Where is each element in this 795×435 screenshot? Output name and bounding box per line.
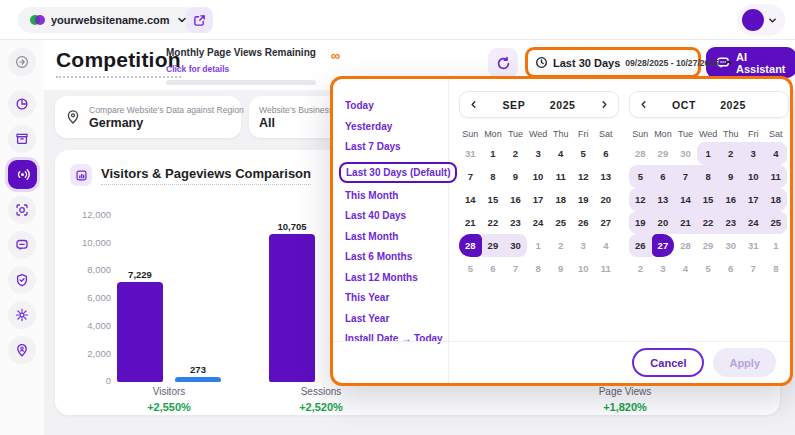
preset-option[interactable]: Last 12 Months (345, 272, 440, 283)
calendar-day[interactable]: 30 (504, 234, 527, 257)
calendar-day[interactable]: 1 (527, 234, 550, 257)
calendar-day[interactable]: 20 (595, 188, 618, 211)
calendar-day[interactable]: 28 (459, 234, 482, 257)
calendar-day[interactable]: 26 (629, 234, 652, 257)
calendar-day[interactable]: 9 (719, 165, 742, 188)
calendar-day[interactable]: 17 (527, 188, 550, 211)
preset-option[interactable]: Last 30 Days (Default) (339, 162, 457, 183)
calendar-day[interactable]: 2 (629, 257, 652, 280)
calendar-day[interactable]: 2 (504, 142, 527, 165)
calendar-day[interactable]: 11 (765, 165, 788, 188)
calendar-day[interactable]: 31 (742, 234, 765, 257)
calendar-day[interactable]: 10 (572, 257, 595, 280)
cancel-button[interactable]: Cancel (632, 348, 704, 377)
calendar-day[interactable]: 31 (459, 142, 482, 165)
calendar-day[interactable]: 29 (697, 234, 720, 257)
calendar-day[interactable]: 14 (674, 188, 697, 211)
calendar-day[interactable]: 11 (549, 165, 572, 188)
apply-button[interactable]: Apply (713, 348, 776, 377)
calendar-day[interactable]: 13 (595, 165, 618, 188)
calendar-day[interactable]: 8 (527, 257, 550, 280)
preset-option[interactable]: This Year (345, 292, 440, 303)
calendar-day[interactable]: 9 (504, 165, 527, 188)
preset-option[interactable]: Last 40 Days (345, 210, 440, 221)
open-site-button[interactable] (186, 7, 213, 33)
calendar-day[interactable]: 4 (765, 142, 788, 165)
calendar-day[interactable]: 29 (482, 234, 505, 257)
calendar-day[interactable]: 3 (572, 234, 595, 257)
quota-details-link[interactable]: Click for details (166, 64, 229, 74)
calendar-day[interactable]: 27 (595, 211, 618, 234)
refresh-button[interactable] (488, 48, 518, 78)
calendar-day[interactable]: 23 (719, 211, 742, 234)
preset-option[interactable]: Yesterday (345, 121, 440, 132)
preset-option[interactable]: Last 6 Months (345, 251, 440, 262)
calendar-day[interactable]: 7 (459, 165, 482, 188)
calendar-day[interactable]: 10 (742, 165, 765, 188)
calendar-day[interactable]: 16 (719, 188, 742, 211)
calendar-day[interactable]: 6 (595, 142, 618, 165)
region-filter[interactable]: Compare Website's Data against Region Ge… (55, 96, 241, 138)
calendar-day[interactable]: 26 (572, 211, 595, 234)
calendar-day[interactable]: 7 (674, 165, 697, 188)
calendar-day[interactable]: 21 (459, 211, 482, 234)
preset-option[interactable]: Last Month (345, 231, 440, 242)
calendar-day[interactable]: 5 (697, 257, 720, 280)
sidebar-item-focus[interactable] (8, 196, 36, 224)
calendar-day[interactable]: 12 (572, 165, 595, 188)
calendar-day[interactable]: 4 (549, 142, 572, 165)
calendar-day[interactable]: 5 (459, 257, 482, 280)
date-range-selector[interactable]: Last 30 Days 09/28/2025 - 10/27/2025 (525, 47, 701, 78)
sidebar-item-chat[interactable] (8, 231, 36, 259)
calendar-day[interactable]: 10 (527, 165, 550, 188)
calendar-day[interactable]: 29 (652, 142, 675, 165)
calendar-day[interactable]: 7 (504, 257, 527, 280)
calendar-day[interactable]: 25 (765, 211, 788, 234)
calendar-day[interactable]: 23 (504, 211, 527, 234)
calendar-day[interactable]: 8 (765, 257, 788, 280)
calendar-day[interactable]: 30 (674, 142, 697, 165)
calendar-day[interactable]: 8 (482, 165, 505, 188)
calendar-day[interactable]: 9 (549, 257, 572, 280)
calendar-day[interactable]: 11 (595, 257, 618, 280)
calendar-day[interactable]: 4 (674, 257, 697, 280)
calendar-day[interactable]: 18 (765, 188, 788, 211)
calendar-day[interactable]: 2 (549, 234, 572, 257)
calendar-day[interactable]: 13 (652, 188, 675, 211)
sidebar-item-settings[interactable] (8, 301, 36, 329)
calendar-day[interactable]: 5 (572, 142, 595, 165)
site-selector[interactable]: yourwebsitename.com (18, 7, 199, 33)
calendar-prev-icon[interactable] (639, 100, 648, 109)
calendar-day[interactable]: 15 (697, 188, 720, 211)
calendar-day[interactable]: 24 (527, 211, 550, 234)
calendar-day[interactable]: 16 (504, 188, 527, 211)
ai-assistant-button[interactable]: AI Assistant (706, 47, 795, 78)
calendar-day[interactable]: 30 (719, 234, 742, 257)
calendar-day[interactable]: 17 (742, 188, 765, 211)
calendar-day[interactable]: 5 (629, 165, 652, 188)
calendar-day[interactable]: 19 (629, 211, 652, 234)
calendar-prev-icon[interactable] (469, 100, 478, 109)
sidebar-item-analytics[interactable] (8, 90, 36, 118)
sidebar-item-shield[interactable] (8, 266, 36, 294)
calendar-day[interactable]: 21 (674, 211, 697, 234)
preset-option[interactable]: This Month (345, 190, 440, 201)
calendar-day[interactable]: 1 (697, 142, 720, 165)
calendar-day[interactable]: 15 (482, 188, 505, 211)
calendar-next-icon[interactable] (600, 100, 609, 109)
calendar-day[interactable]: 18 (549, 188, 572, 211)
preset-option[interactable]: Today (345, 100, 440, 111)
calendar-day[interactable]: 28 (674, 234, 697, 257)
calendar-day[interactable]: 25 (549, 211, 572, 234)
calendar-day[interactable]: 3 (527, 142, 550, 165)
account-menu[interactable] (737, 4, 785, 36)
calendar-day[interactable]: 28 (629, 142, 652, 165)
calendar-day[interactable]: 14 (459, 188, 482, 211)
calendar-day[interactable]: 7 (742, 257, 765, 280)
sidebar-item-products[interactable] (8, 125, 36, 153)
calendar-day[interactable]: 27 (652, 234, 675, 257)
sidebar-item-radar[interactable] (8, 160, 37, 189)
calendar-day[interactable]: 22 (482, 211, 505, 234)
calendar-day[interactable]: 2 (719, 142, 742, 165)
calendar-day[interactable]: 20 (652, 211, 675, 234)
